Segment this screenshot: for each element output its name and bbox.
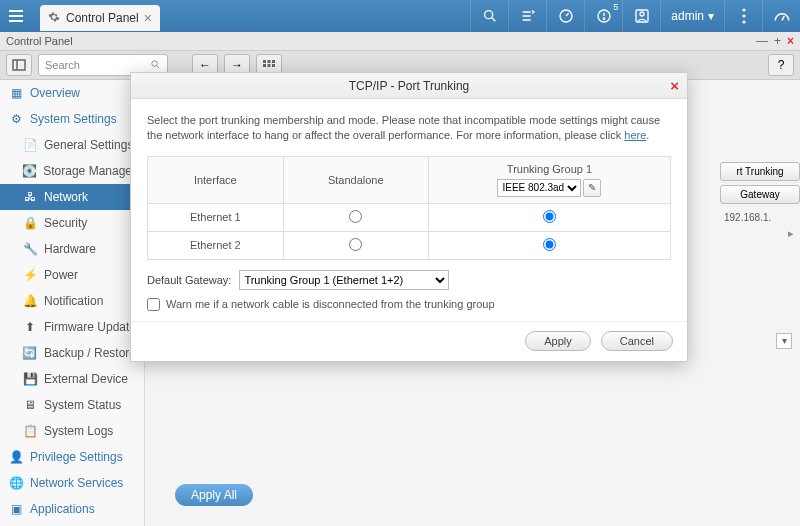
search-placeholder: Search	[45, 59, 80, 71]
eth2-standalone-radio[interactable]	[349, 238, 362, 251]
close-window-icon[interactable]: ×	[787, 34, 794, 48]
update-icon: ⬆	[22, 319, 38, 335]
svg-point-0	[484, 11, 492, 19]
sidebar-label: Power	[44, 268, 78, 282]
edit-icon[interactable]: ✎	[583, 179, 601, 197]
window-header: Control Panel — + ×	[0, 32, 800, 50]
dashboard-icon[interactable]	[546, 0, 584, 32]
sidebar-label: Network Services	[30, 476, 123, 490]
help-button[interactable]: ?	[768, 54, 794, 76]
sidebar-label: Storage Manager	[43, 164, 136, 178]
close-icon[interactable]: ×	[144, 10, 152, 26]
table-row: Ethernet 2	[148, 231, 671, 259]
sidebar-item-applications[interactable]: ▣Applications	[0, 496, 144, 522]
sidebar-item-firmware[interactable]: ⬆Firmware Update	[0, 314, 144, 340]
apply-all-button[interactable]: Apply All	[175, 484, 253, 506]
sidebar-item-overview[interactable]: ▦ Overview	[0, 80, 144, 106]
sidebar-label: Hardware	[44, 242, 96, 256]
top-bar: Control Panel × 5 admin ▾	[0, 0, 800, 32]
sidebar-item-power[interactable]: ⚡Power	[0, 262, 144, 288]
svg-rect-11	[263, 60, 266, 63]
ip-text: 192.168.1.	[720, 208, 800, 227]
sidebar-label: Applications	[30, 502, 95, 516]
user-name: admin	[671, 9, 704, 23]
notifications-icon[interactable]: 5	[584, 0, 622, 32]
apply-button[interactable]: Apply	[525, 331, 591, 351]
sidebar-item-hardware[interactable]: 🔧Hardware	[0, 236, 144, 262]
interface-name: Ethernet 1	[148, 203, 284, 231]
sidebar-item-external[interactable]: 💾External Device	[0, 366, 144, 392]
notif-badge: 5	[613, 2, 618, 12]
sidebar-toggle-button[interactable]	[6, 54, 32, 76]
interface-name: Ethernet 2	[148, 231, 284, 259]
trunking-table: Interface Standalone Trunking Group 1 IE…	[147, 156, 671, 260]
sidebar-item-general[interactable]: 📄General Settings	[0, 132, 144, 158]
dropdown-icon[interactable]: ▾	[776, 333, 792, 349]
sidebar-item-storage[interactable]: 💽Storage Manager	[0, 158, 144, 184]
monitor-icon: 🖥	[22, 397, 38, 413]
eth2-group-radio[interactable]	[543, 238, 556, 251]
info-text-body: Select the port trunking membership and …	[147, 114, 660, 141]
port-trunking-button[interactable]: rt Trunking	[720, 162, 800, 181]
scroll-right-icon[interactable]: ▸	[720, 227, 800, 240]
gauge-icon[interactable]	[762, 0, 800, 32]
sidebar-item-status[interactable]: 🖥System Status	[0, 392, 144, 418]
close-icon[interactable]: ×	[670, 77, 679, 94]
sidebar-item-logs[interactable]: 📋System Logs	[0, 418, 144, 444]
sidebar-label: Network	[44, 190, 88, 204]
gear-icon: ⚙	[8, 111, 24, 127]
info-link[interactable]: here	[624, 129, 646, 141]
sidebar-item-network-services[interactable]: 🌐Network Services	[0, 470, 144, 496]
eth1-standalone-radio[interactable]	[349, 210, 362, 223]
minimize-icon[interactable]: —	[756, 34, 768, 48]
user-menu[interactable]: admin ▾	[660, 0, 724, 32]
gear-icon	[48, 11, 60, 26]
browser-tab[interactable]: Control Panel ×	[40, 5, 160, 31]
modal-title-bar: TCP/IP - Port Trunking ×	[131, 73, 687, 99]
lock-icon: 🔒	[22, 215, 38, 231]
sidebar-label: Privilege Settings	[30, 450, 123, 464]
globe-icon: 🌐	[8, 475, 24, 491]
sidebar-item-privilege[interactable]: 👤Privilege Settings	[0, 444, 144, 470]
menu-icon[interactable]	[0, 0, 32, 32]
background-panel-peek: rt Trunking Gateway 192.168.1. ▸ ▾	[720, 82, 800, 349]
sidebar-label: Backup / Restore	[44, 346, 136, 360]
doc-icon: 📄	[22, 137, 38, 153]
sidebar-item-notification[interactable]: 🔔Notification	[0, 288, 144, 314]
tasks-icon[interactable]	[508, 0, 546, 32]
sidebar-label: General Settings	[44, 138, 133, 152]
window-title: Control Panel	[6, 35, 73, 47]
warn-checkbox[interactable]	[147, 298, 160, 311]
user-avatar-icon[interactable]	[622, 0, 660, 32]
col-standalone: Standalone	[283, 156, 428, 203]
sidebar-item-system-settings[interactable]: ⚙ System Settings	[0, 106, 144, 132]
eth1-group-radio[interactable]	[543, 210, 556, 223]
search-icon[interactable]	[470, 0, 508, 32]
svg-rect-16	[272, 64, 275, 67]
sidebar-label: Firmware Update	[44, 320, 136, 334]
table-row: Ethernet 1	[148, 203, 671, 231]
disk-icon: 💽	[22, 163, 37, 179]
sidebar-item-network[interactable]: 🖧Network	[0, 184, 144, 210]
trunking-mode-select[interactable]: IEEE 802.3ad	[497, 179, 581, 197]
gateway-header: Gateway	[720, 185, 800, 204]
group-label: Trunking Group 1	[507, 163, 592, 175]
more-icon[interactable]	[724, 0, 762, 32]
sidebar-label: Security	[44, 216, 87, 230]
cancel-button[interactable]: Cancel	[601, 331, 673, 351]
warn-label: Warn me if a network cable is disconnect…	[166, 298, 495, 310]
port-trunking-modal: TCP/IP - Port Trunking × Select the port…	[130, 72, 688, 362]
maximize-icon[interactable]: +	[774, 34, 781, 48]
col-group: Trunking Group 1 IEEE 802.3ad ✎	[428, 156, 670, 203]
gateway-label: Default Gateway:	[147, 274, 231, 286]
overview-icon: ▦	[8, 85, 24, 101]
modal-title: TCP/IP - Port Trunking	[349, 79, 470, 93]
apps-icon: ▣	[8, 501, 24, 517]
power-icon: ⚡	[22, 267, 38, 283]
sidebar-item-security[interactable]: 🔒Security	[0, 210, 144, 236]
default-gateway-select[interactable]: Trunking Group 1 (Ethernet 1+2)	[239, 270, 449, 290]
log-icon: 📋	[22, 423, 38, 439]
sidebar-item-backup[interactable]: 🔄Backup / Restore	[0, 340, 144, 366]
svg-rect-13	[272, 60, 275, 63]
svg-point-6	[742, 8, 745, 11]
